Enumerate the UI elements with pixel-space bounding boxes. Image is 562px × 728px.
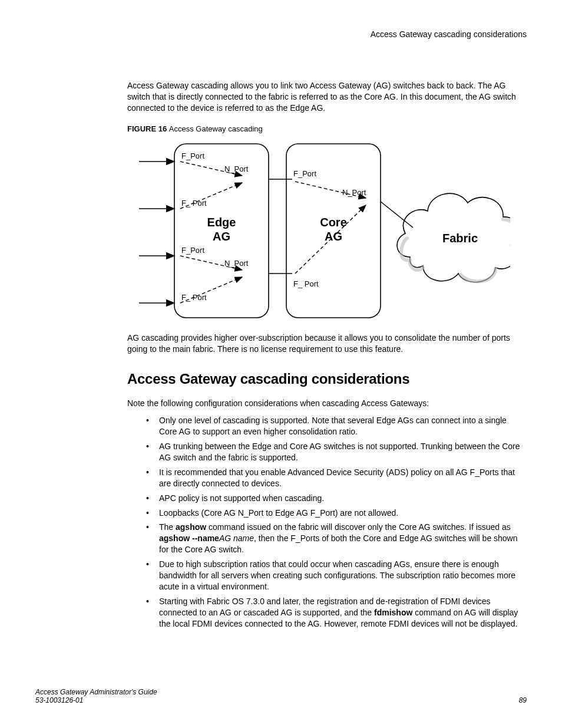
section-heading: Access Gateway cascading considerations (127, 371, 527, 387)
footer-doc-number: 53-1003126-01 (35, 696, 157, 704)
svg-text:F_Port: F_Port (181, 151, 204, 160)
footer-guide-title: Access Gateway Administrator's Guide (35, 688, 157, 696)
svg-text:F_Port: F_Port (293, 169, 316, 178)
list-item: Due to high subscription ratios that cou… (146, 559, 527, 592)
svg-text:F_ Port: F_ Port (181, 293, 207, 302)
footer-page-number: 89 (519, 696, 527, 704)
figure-title: Access Gateway cascading (169, 124, 263, 133)
svg-text:AG: AG (213, 230, 230, 243)
svg-text:F_ Port: F_ Port (181, 199, 207, 207)
list-item: APC policy is not supported when cascadi… (146, 493, 527, 504)
lead-paragraph: Note the following configuration conside… (127, 398, 527, 409)
page: Access Gateway cascading considerations … (0, 0, 562, 728)
list-item: It is recommended that you enable Advanc… (146, 467, 527, 489)
list-item: AG trunking between the Edge and Core AG… (146, 441, 527, 463)
svg-text:Edge: Edge (207, 216, 236, 229)
running-head: Access Gateway cascading considerations (127, 29, 527, 39)
figure-caption: FIGURE 16 Access Gateway cascading (127, 124, 527, 133)
intro-paragraph: Access Gateway cascading allows you to l… (127, 80, 527, 114)
svg-text:N_Port: N_Port (224, 259, 249, 268)
after-figure-paragraph: AG cascading provides higher over-subscr… (127, 332, 527, 355)
considerations-list: Only one level of cascading is supported… (127, 415, 527, 629)
svg-text:N_Port: N_Port (342, 188, 366, 197)
list-item: Starting with Fabric OS 7.3.0 and later,… (146, 596, 527, 630)
svg-text:N_Port: N_Port (224, 164, 249, 173)
figure-label: FIGURE 16 (127, 124, 169, 133)
fabric-label: Fabric (442, 232, 478, 245)
list-item: Loopbacks (Core AG N_Port to Edge AG F_P… (146, 508, 527, 519)
svg-text:F_Port: F_Port (181, 246, 204, 255)
figure-diagram: Fabric F_Port N_Port F_ Port F (133, 139, 510, 322)
list-item: The agshow command issued on the fabric … (146, 522, 527, 555)
fabric-cloud: Fabric (397, 193, 510, 282)
page-footer: Access Gateway Administrator's Guide 53-… (35, 688, 527, 704)
svg-text:F_ Port: F_ Port (293, 279, 319, 288)
svg-text:Core: Core (320, 216, 347, 229)
list-item: Only one level of cascading is supported… (146, 415, 527, 437)
svg-text:AG: AG (325, 230, 342, 243)
